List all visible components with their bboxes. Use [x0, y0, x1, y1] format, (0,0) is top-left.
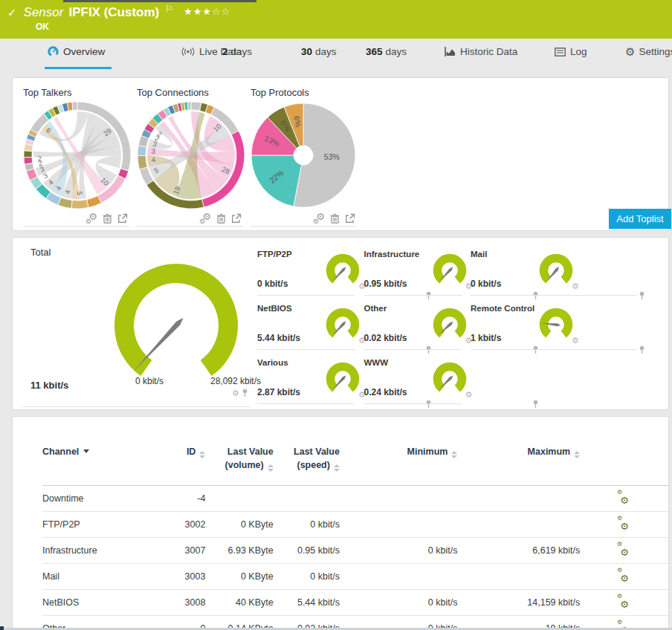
tab-label: Log: [570, 46, 587, 57]
column-header-last-value-speed-[interactable]: Last Value(speed): [274, 417, 340, 486]
sort-desc-icon[interactable]: [83, 449, 89, 453]
gauge-settings-icon[interactable]: ⚙: [465, 391, 473, 399]
cell-min: [340, 486, 458, 512]
tab-number: 30: [301, 46, 312, 57]
top-connections-chord-chart[interactable]: 102819543322: [137, 98, 245, 211]
sort-toggle-icon[interactable]: [451, 451, 457, 458]
gauges-panel: Total 0 kbit/s 28,092 kbit/s 11 kbit/s ⚙…: [12, 237, 669, 410]
divider: [257, 295, 355, 296]
add-toplist-button[interactable]: Add Toplist: [609, 209, 671, 229]
cell-volume: 0 KByte: [205, 512, 273, 538]
toplist-delete-icon[interactable]: [216, 213, 226, 224]
toplist-open-icon[interactable]: [345, 213, 355, 224]
tab-label: Settings: [639, 46, 672, 57]
cell-min: 0 kbit/s: [340, 538, 458, 564]
cell-max: 6,619 kbit/s: [457, 538, 580, 564]
sort-toggle-icon[interactable]: [574, 451, 580, 458]
tab-settings[interactable]: ⚙Settings: [625, 46, 672, 57]
column-header-maximum[interactable]: Maximum: [457, 417, 580, 486]
toplist-options-icon[interactable]: ⚙⚙: [313, 213, 325, 224]
edit-channel-icon[interactable]: ⚙⚙: [617, 570, 629, 581]
channel-gauge-value: 5.44 kbit/s: [257, 333, 300, 343]
edit-channel-icon[interactable]: ⚙⚙: [617, 492, 629, 503]
column-header-last-value-volume-[interactable]: Last Value(volume): [205, 417, 273, 486]
channel-gauge-label: Mail: [471, 250, 487, 259]
sort-toggle-icon[interactable]: [199, 451, 205, 458]
tab-number: 365: [366, 46, 383, 57]
sort-toggle-icon[interactable]: [268, 464, 274, 472]
toplist-options-icon[interactable]: ⚙⚙: [199, 213, 211, 224]
tab-days[interactable]: 365days: [366, 46, 407, 57]
column-header-channel[interactable]: Channel: [42, 417, 159, 486]
gauge-settings-icon[interactable]: ⚙: [572, 282, 579, 290]
table-row: Infrastructure30076.93 KByte0.95 kbit/s0…: [42, 538, 670, 564]
gauge-pin-icon[interactable]: [242, 389, 248, 397]
sensor-header: ✓ Sensor IPFIX (Custom) ⚐ ★★★☆☆ OK: [0, 0, 672, 39]
live-icon: [181, 47, 195, 56]
table-row: Mail30030 KByte0 kbit/s⚙⚙: [42, 564, 670, 590]
toplist-title: Top Protocols: [251, 84, 357, 98]
channel-gauge-value: 0.95 kbit/s: [364, 279, 407, 289]
gauge-settings-icon[interactable]: ⚙: [572, 337, 579, 345]
top-talkers-chord-chart[interactable]: 2910544433226: [23, 98, 132, 211]
status-check-icon: ✓: [7, 6, 17, 19]
edit-channel-icon[interactable]: ⚙⚙: [617, 544, 629, 555]
column-header-id[interactable]: ID: [159, 417, 205, 486]
cell-speed: [274, 486, 340, 512]
gauge-scale-max: 28,092 kbit/s: [172, 376, 261, 386]
svg-text:53%: 53%: [324, 152, 340, 161]
divider: [364, 295, 462, 296]
tab-log[interactable]: Log: [555, 46, 587, 57]
column-header-label: Channel: [42, 446, 79, 457]
cell-speed: 0 kbit/s: [274, 564, 340, 590]
channel-gauge-value: 0 kbit/s: [257, 279, 288, 289]
tab-label: Historic Data: [460, 46, 517, 57]
edit-channel-icon[interactable]: ⚙⚙: [617, 596, 629, 607]
channel-gauge-dial: [324, 307, 361, 344]
tab-overview[interactable]: Overview: [48, 46, 105, 57]
channel-gauge-dial: [431, 253, 468, 290]
svg-text:5: 5: [76, 191, 84, 195]
toplist-open-icon[interactable]: [117, 213, 128, 224]
column-header-minimum[interactable]: Minimum: [340, 417, 458, 486]
channel-gauge-label: FTP/P2P: [257, 250, 292, 259]
gauge-settings-icon[interactable]: ⚙: [232, 389, 239, 397]
column-header-label: Last Value: [227, 446, 274, 457]
total-gauge-value: 11 kbit/s: [30, 380, 68, 391]
cell-channel: Mail: [42, 564, 159, 590]
sort-toggle-icon[interactable]: [334, 464, 340, 472]
channel-table: ChannelIDLast Value(volume)Last Value(sp…: [42, 417, 670, 630]
divider: [257, 403, 355, 404]
tab-number: 2: [222, 46, 228, 57]
sensor-kind-label: Sensor: [24, 5, 64, 20]
toplist-delete-icon[interactable]: [330, 213, 340, 224]
toplist-open-icon[interactable]: [231, 213, 242, 224]
toplist-delete-icon[interactable]: [103, 213, 112, 224]
channel-gauge-value: 0.02 kbit/s: [364, 333, 407, 343]
toplist-options-icon[interactable]: ⚙⚙: [85, 213, 97, 224]
channel-gauge-label: NetBIOS: [257, 304, 292, 313]
channel-gauge-ftp/p2p: FTP/P2P0 kbit/s⚙: [257, 244, 355, 296]
channel-gauge-value: 0 kbit/s: [471, 279, 501, 289]
channel-gauge-various: Various2.87 kbit/s⚙: [257, 352, 355, 404]
column-header-label: Last Value: [294, 446, 340, 457]
column-header-label: Maximum: [528, 446, 571, 457]
tab-days[interactable]: 30days: [301, 46, 337, 57]
cell-channel: Downtime: [42, 486, 159, 512]
tab-historic-data[interactable]: Historic Data: [445, 46, 517, 57]
cell-max: 14,159 kbit/s: [457, 590, 580, 616]
divider: [471, 295, 637, 296]
channel-gauge-mail: Mail0 kbit/s⚙: [471, 244, 637, 296]
tab-days[interactable]: 2days: [222, 46, 252, 57]
channel-gauge-dial: [431, 361, 468, 398]
priority-stars[interactable]: ★★★☆☆: [184, 6, 230, 17]
log-icon: [555, 48, 566, 56]
tab-label: days: [231, 46, 253, 57]
total-gauge-title: Total: [30, 247, 51, 258]
toplists-panel: Top Talkers 2910544433226 ⚙⚙ Top Connect…: [12, 77, 669, 231]
divider: [257, 349, 355, 350]
top-protocols-pie-chart[interactable]: 53%22%13%6%6%: [251, 98, 359, 211]
flag-icon[interactable]: ⚐: [165, 4, 173, 14]
channel-gauge-value: 0.24 kbit/s: [364, 387, 407, 397]
edit-channel-icon[interactable]: ⚙⚙: [617, 518, 629, 529]
